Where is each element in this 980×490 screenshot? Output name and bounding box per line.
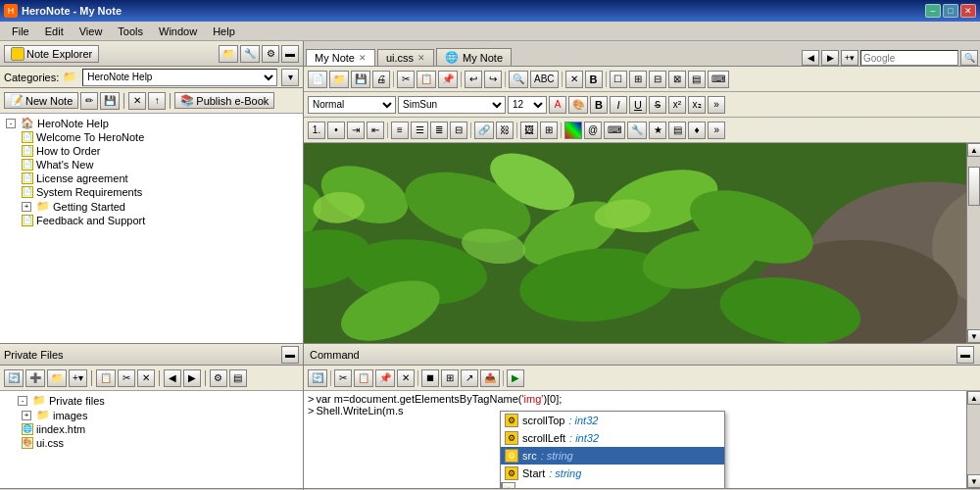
pf-btn3[interactable]: +▾ — [69, 369, 87, 387]
maximize-button[interactable]: □ — [943, 4, 958, 18]
minimize-button[interactable]: – — [925, 4, 941, 18]
et-misc2[interactable]: ⊞ — [629, 71, 647, 88]
et-bold2[interactable]: B — [590, 96, 608, 114]
new-note-button[interactable]: 📝 New Note — [4, 92, 78, 109]
menu-item-tools[interactable]: Tools — [110, 24, 151, 39]
scroll-up-btn[interactable]: ▲ — [967, 143, 980, 157]
et-misc8[interactable]: 🔧 — [627, 122, 647, 139]
et-at[interactable]: @ — [584, 122, 602, 139]
expand-icon[interactable]: - — [6, 119, 16, 128]
et-italic[interactable]: I — [610, 96, 627, 114]
et-copy[interactable]: 📋 — [416, 71, 436, 88]
list-item[interactable]: 📄 How to Order — [2, 144, 301, 158]
et-misc5[interactable]: ▤ — [688, 71, 706, 88]
menu-item-window[interactable]: Window — [151, 24, 205, 39]
et-print[interactable]: 🖨 — [372, 71, 390, 88]
tab-mynote[interactable]: My Note ✕ — [306, 49, 375, 66]
menu-item-view[interactable]: View — [72, 24, 111, 39]
private-collapse-btn[interactable]: ▬ — [281, 346, 299, 364]
cmd-scroll-down[interactable]: ▼ — [967, 474, 980, 488]
tree-getting-started[interactable]: + 📁 Getting Started — [2, 199, 301, 214]
tab-mynote2[interactable]: 🌐 My Note — [436, 48, 512, 66]
et-misc3[interactable]: ⊟ — [649, 71, 666, 88]
pf-next[interactable]: ▶ — [183, 369, 201, 387]
pf-cut[interactable]: ✂ — [118, 369, 135, 387]
ac-item-start[interactable]: ⚙ Start : string — [501, 465, 724, 482]
et-underline[interactable]: U — [629, 96, 647, 114]
et-bg-color[interactable]: 🎨 — [568, 96, 588, 114]
et-misc9[interactable]: ★ — [649, 122, 666, 139]
list-item[interactable]: 📄 System Requirements — [2, 185, 301, 199]
et-strikethrough[interactable]: S̶ — [649, 96, 666, 114]
cmd-del[interactable]: ✕ — [397, 369, 415, 387]
cmd-paste[interactable]: 📌 — [375, 369, 395, 387]
et-img[interactable]: 🖼 — [520, 122, 538, 139]
et-misc6[interactable]: ⌨ — [708, 71, 729, 88]
editor-scrollbar[interactable]: ▲ ▼ — [966, 143, 980, 343]
tab-uicss[interactable]: ui.css ✕ — [377, 49, 434, 66]
list-item[interactable]: 🌐 iindex.htm — [2, 422, 301, 436]
tb-up[interactable]: ↑ — [148, 92, 166, 110]
pf-opt2[interactable]: ▤ — [229, 369, 247, 387]
et-paste[interactable]: 📌 — [438, 71, 458, 88]
tb-edit[interactable]: ✏ — [80, 92, 98, 110]
et-tbl[interactable]: ⊞ — [540, 122, 558, 139]
tab-add-btn[interactable]: +▾ — [841, 50, 858, 66]
et-align-left[interactable]: ≡ — [391, 122, 409, 139]
cat-options-btn[interactable]: ▾ — [281, 69, 299, 86]
et-misc11[interactable]: ♦ — [688, 122, 706, 139]
ac-scrollbar[interactable]: ▲ ▼ — [501, 482, 514, 488]
tab-close-icon[interactable]: ✕ — [359, 53, 367, 63]
expand-icon[interactable]: + — [22, 202, 31, 212]
pf-prev[interactable]: ◀ — [164, 369, 181, 387]
menu-item-help[interactable]: Help — [205, 24, 243, 39]
close-button[interactable]: ✕ — [960, 4, 976, 18]
et-bold[interactable]: B — [585, 71, 603, 88]
et-find[interactable]: 🔍 — [509, 71, 528, 88]
pf-refresh[interactable]: 🔄 — [4, 369, 24, 387]
list-item[interactable]: - 📁 Private files — [2, 393, 301, 408]
et-undo[interactable]: ↩ — [465, 71, 482, 88]
ac-item-src[interactable]: ⚙ src : string — [501, 447, 724, 465]
tree-root[interactable]: - 🏠 HeroNote Help — [2, 116, 301, 130]
command-collapse-btn[interactable]: ▬ — [956, 346, 974, 364]
pf-opt1[interactable]: ⚙ — [210, 369, 227, 387]
pf-copy[interactable]: 📋 — [96, 369, 116, 387]
tb-del[interactable]: ✕ — [128, 92, 146, 110]
et-superscript[interactable]: x² — [668, 96, 686, 114]
et-save[interactable]: 💾 — [351, 71, 370, 88]
categories-select[interactable]: HeroNote Help — [82, 69, 277, 86]
tree-area[interactable]: - 🏠 HeroNote Help 📄 Welcome To HeroNote … — [0, 114, 303, 343]
ac-scroll-up[interactable]: ▲ — [502, 482, 515, 488]
et-del[interactable]: ✕ — [565, 71, 583, 88]
et-indent-in[interactable]: ⇥ — [347, 122, 365, 139]
scroll-thumb[interactable] — [968, 167, 980, 206]
cmd-stop[interactable]: ⏹ — [421, 369, 439, 387]
cmd-cut[interactable]: ✂ — [334, 369, 352, 387]
et-more2[interactable]: » — [708, 122, 725, 139]
et-align-center[interactable]: ☰ — [411, 122, 428, 139]
list-item[interactable]: 📄 Welcome To HeroNote — [2, 130, 301, 144]
et-font-color[interactable]: A — [549, 96, 566, 114]
cmd-scroll-up[interactable]: ▲ — [967, 391, 980, 405]
toolbar-btn-2[interactable]: 🔧 — [240, 45, 260, 63]
et-subscript[interactable]: x₂ — [688, 96, 706, 114]
command-scrollbar[interactable]: ▲ ▼ — [966, 391, 980, 488]
expand-icon[interactable]: + — [22, 411, 31, 420]
cmd-run[interactable]: ▶ — [507, 369, 524, 387]
ac-item-scrollleft[interactable]: ⚙ scrollLeft : int32 — [501, 429, 724, 447]
cmd-misc3[interactable]: 📤 — [480, 369, 500, 387]
menu-item-file[interactable]: File — [4, 24, 37, 39]
tb-save[interactable]: 💾 — [100, 92, 120, 110]
private-tree[interactable]: - 📁 Private files + 📁 images 🌐 iindex.ht… — [0, 391, 303, 488]
tab-next-btn[interactable]: ▶ — [821, 50, 839, 66]
cmd-misc2[interactable]: ↗ — [461, 369, 478, 387]
list-item[interactable]: + 📁 images — [2, 408, 301, 422]
tab-prev-btn[interactable]: ◀ — [802, 50, 819, 66]
toolbar-btn-1[interactable]: 📁 — [219, 45, 238, 63]
collapse-btn[interactable]: ▬ — [281, 45, 299, 63]
et-align-right[interactable]: ≣ — [430, 122, 448, 139]
et-new[interactable]: 📄 — [308, 71, 327, 88]
et-link[interactable]: 🔗 — [474, 122, 494, 139]
ac-item-scrolltop[interactable]: ⚙ scrollTop : int32 — [501, 412, 724, 429]
